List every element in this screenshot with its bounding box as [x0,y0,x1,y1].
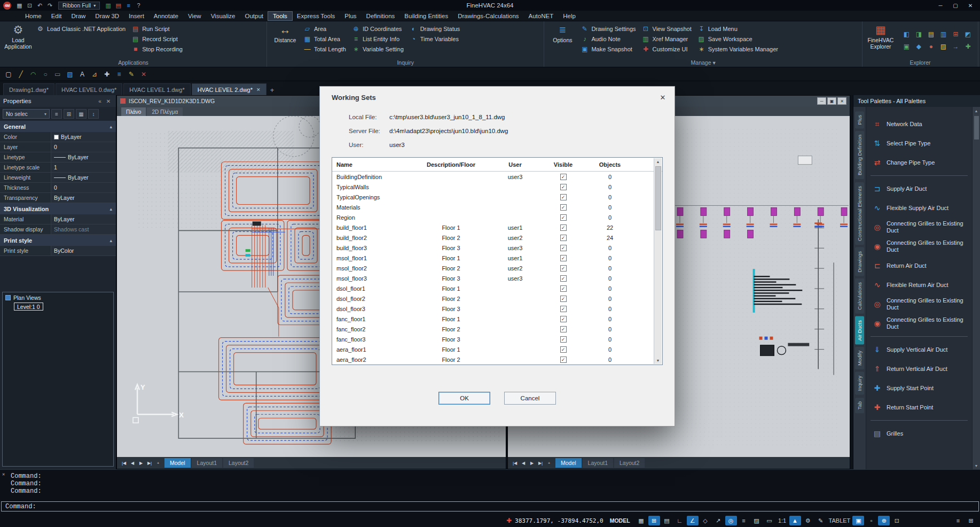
layout-nav-arrow[interactable]: |◀ [120,459,128,467]
menu-item[interactable]: Insert [124,12,149,20]
layout-nav-arrow[interactable]: ▶ [528,459,536,467]
layout-nav-arrow[interactable]: |◀ [511,459,519,467]
visible-checkbox[interactable]: ✓ [560,285,567,292]
explorer-tool-icon[interactable]: ◧ [901,29,912,40]
ribbon-button[interactable]: ◐ Drawing Status [409,24,464,34]
table-row[interactable]: BuildingDefinition user3 ✓ 0 [332,172,662,182]
selection-filter-dropdown[interactable]: No selec ▾ [3,109,50,119]
visible-checkbox[interactable]: ✓ [560,174,567,180]
scroll-up-icon[interactable]: ▲ [656,158,660,165]
menu-item[interactable]: View [183,12,206,20]
menu-item[interactable]: Annotate [149,12,183,20]
model-space-indicator[interactable]: MODEL [610,517,630,524]
ribbon-button[interactable]: ■ Stop Recording [130,44,186,54]
scrollbar-thumb[interactable] [974,116,979,140]
palette-item[interactable]: ◎ Connecting Grilles to Existing Duct [866,218,972,237]
layout-nav-arrow[interactable]: ▶| [536,459,545,467]
print-icon[interactable]: ⊡ [25,1,35,10]
layout-tab[interactable]: Model [164,458,191,468]
quick-properties-icon[interactable]: ▣ [852,516,864,525]
explorer-tool-icon[interactable]: ◩ [962,29,974,40]
visible-checkbox[interactable]: ✓ [560,275,567,282]
palette-scrollbar[interactable]: ▲ ▼ [972,107,980,469]
clean-screen-icon[interactable]: ⊞ [965,516,977,525]
palette-item[interactable]: ⊏ Return Air Duct [866,256,972,275]
edit-tool-icon[interactable]: ✎ [126,69,137,80]
drawing-tab[interactable]: HVAC LEVEL 0.dwg* ✕ [56,83,122,95]
polar-tracking-icon[interactable]: ∠ [687,516,699,525]
save-icon[interactable]: ▦ [14,1,25,10]
table-row[interactable]: msol_floor1 Floor 1 user1 ✓ 0 [332,253,662,263]
explorer-tool-icon[interactable]: ⊞ [950,29,961,40]
layout-tab[interactable]: Layout1 [192,458,222,468]
drawing-tab[interactable]: Drawing1.dwg* ✕ [3,83,54,95]
ribbon-button[interactable]: ▦ Total Area [302,34,350,44]
menu-item[interactable]: Express Tools [292,12,340,20]
property-row[interactable]: Thickness 0 [0,183,116,193]
palette-item[interactable]: ⌗ Network Data [866,114,972,134]
visible-checkbox[interactable]: ✓ [560,235,567,241]
toggle-value-icon[interactable]: ≡ [51,109,62,119]
table-row[interactable]: msol_floor3 Floor 3 user3 ✓ 0 [332,273,662,283]
ribbon-button[interactable]: ― Total Length [302,44,350,54]
palette-tab[interactable]: Building Definition [855,131,864,179]
redo-icon[interactable]: ↷ [45,1,55,10]
visible-checkbox[interactable]: ✓ [560,184,567,190]
palette-item[interactable]: ✚ Supply Start Point [866,378,972,398]
palette-tab[interactable]: Inquiry [855,372,864,395]
drawing-tab[interactable]: HVAC LEVEL 1.dwg* ✕ [123,83,190,95]
ribbon-big-button[interactable]: ▦ FineHVAC Explorer [865,22,896,58]
menu-item[interactable]: Drawings-Calculations [453,12,523,20]
layout-nav-arrow[interactable]: ▶ [137,459,145,467]
menu-item[interactable]: AutoNET [524,12,559,20]
visible-checkbox[interactable]: ✓ [560,194,567,200]
restore-window-button[interactable]: ▣ [827,97,836,105]
lineweight-icon[interactable]: ≡ [738,516,750,525]
palette-item[interactable]: ⇓ Supply Vertical Air Duct [866,340,972,359]
table-row[interactable]: fanc_floor2 Floor 2 ✓ 0 [332,324,662,334]
ribbon-button[interactable]: ✎ Drawing Settings [579,24,639,34]
plan-views-root[interactable]: Plan Views [5,294,111,301]
palette-tab[interactable]: Air Ducts [855,316,864,345]
palette-item[interactable] [871,175,968,176]
ribbon-button[interactable]: ✚ Customize UI [641,44,695,54]
snap-mode-icon[interactable]: ⊞ [648,516,660,525]
explorer-tool-icon[interactable]: ▣ [901,41,912,52]
ribbon-button[interactable]: ▨ Save Workspace [696,34,782,44]
menu-item[interactable]: Draw [67,12,91,20]
ribbon-big-button[interactable]: ⚙ Load Application [3,22,34,58]
measure-tool-icon[interactable]: ⊿ [89,69,100,80]
visible-checkbox[interactable]: ✓ [560,214,567,221]
palette-item[interactable]: ⊐ Supply Air Duct [866,179,972,198]
visible-checkbox[interactable]: ✓ [560,346,567,353]
close-icon[interactable]: ✕ [256,87,261,92]
table-row[interactable]: dsol_floor2 Floor 2 ✓ 0 [332,293,662,304]
text-tool-icon[interactable]: A [77,69,88,80]
scroll-down-icon[interactable]: ▼ [975,462,978,469]
menu-item[interactable]: Output [240,12,268,20]
property-row[interactable]: Color ByLayer [0,132,116,142]
explorer-tool-icon[interactable]: ▤ [926,29,937,40]
selection-cycling-icon[interactable]: ▭ [764,516,775,525]
palette-item[interactable]: ∿ Flexible Supply Air Duct [866,198,972,218]
visible-checkbox[interactable]: ✓ [560,306,567,312]
table-row[interactable]: TypicalWalls ✓ 0 [332,182,662,192]
layout-nav-arrow[interactable]: ▶| [145,459,154,467]
close-icon[interactable]: ✕ [657,92,668,102]
ribbon-button[interactable]: ∗ Variable Setting [351,44,407,54]
arc-tool-icon[interactable]: ◠ [28,69,38,80]
table-row[interactable]: msol_floor2 Floor 2 user2 ✓ 0 [332,263,662,273]
ribbon-button[interactable]: ◔ Time Variables [409,34,464,44]
dock-panel-icon[interactable]: « [96,98,104,104]
properties-section-header[interactable]: Print style ▴ [0,235,116,246]
property-row[interactable]: Lineweight ByLayer [0,173,116,183]
palette-item[interactable]: ◉ Connecting Grilles to Existing Duct [866,237,972,256]
properties-section-header[interactable]: General ▴ [0,121,116,132]
scale-indicator[interactable]: 1:1 [777,516,788,525]
drawing-tab[interactable]: HVAC LEVEL 2.dwg* ✕ [192,83,266,95]
ribbon-button[interactable]: ↧ Load Menu [696,24,782,34]
plan-views-level-item[interactable]: Level:1 0 [14,303,43,311]
table-row[interactable]: build_floor2 Floor 2 user2 ✓ 24 [332,232,662,243]
menu-item[interactable]: Definitions [362,12,400,20]
property-row[interactable]: Material ByLayer [0,214,116,224]
